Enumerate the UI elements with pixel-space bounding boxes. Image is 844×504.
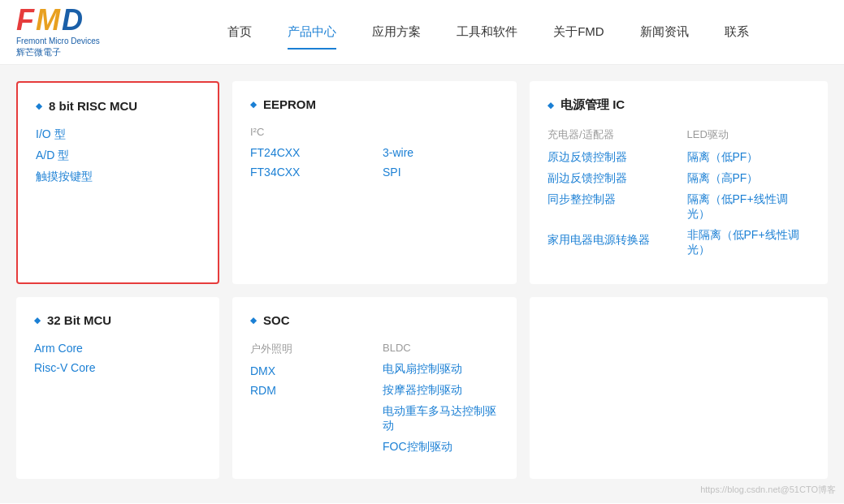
link-riscv-core[interactable]: Risc-V Core [34,361,201,374]
logo-area: FMD Fremont Micro Devices 辉芒微電子 [16,6,100,58]
link-primary-feedback[interactable]: 原边反馈控制器 [548,150,671,165]
link-fan-control[interactable]: 电风扇控制驱动 [383,362,499,377]
eeprom-wire-header [383,126,499,138]
card-eeprom-title: EEPROM [250,97,499,111]
link-non-isolated-dimmer[interactable]: 非隔离（低PF+线性调光） [687,228,811,257]
nav-contact[interactable]: 联系 [707,18,767,46]
link-home-appliance[interactable]: 家用电器电源转换器 [548,233,671,248]
link-massager-control[interactable]: 按摩器控制驱动 [383,383,499,398]
link-ev-motor-control[interactable]: 电动重车多马达控制驱动 [383,404,499,433]
cards-row-2: 32 Bit MCU Arm Core Risc-V Core SOC 户外照明… [16,297,828,479]
soc-col-outdoor: 户外照明 DMX RDM [250,342,366,461]
card-32bit-mcu: 32 Bit MCU Arm Core Risc-V Core [16,297,219,479]
card-power-title: 电源管理 IC [548,97,810,113]
led-header: LED驱动 [687,127,811,142]
eeprom-col-wire: 3-wire SPI [383,126,499,185]
link-arm-core[interactable]: Arm Core [34,342,201,355]
nav-home[interactable]: 首页 [210,18,270,46]
card-8bit-risc-mcu: 8 bit RISC MCU I/O 型 A/D 型 触摸按键型 [16,81,219,284]
cards-row-1: 8 bit RISC MCU I/O 型 A/D 型 触摸按键型 EEPROM … [16,81,828,284]
nav-tools[interactable]: 工具和软件 [439,18,535,46]
link-sync-rectifier[interactable]: 同步整控制器 [548,192,671,207]
link-3wire[interactable]: 3-wire [383,146,499,159]
power-cols: 充电器/适配器 原边反馈控制器 副边反馈控制器 同步整控制器 家用电器电源转换器… [548,127,810,264]
logo-cn: 辉芒微電子 [16,46,100,58]
eeprom-i2c-header: I²C [250,126,366,138]
card-empty [530,297,828,479]
link-ad-type[interactable]: A/D 型 [36,149,200,163]
outdoor-header: 户外照明 [250,342,366,356]
main-nav: 首页 产品中心 应用方案 工具和软件 关于FMD 新闻资讯 联系 [149,18,828,46]
bldc-header: BLDC [383,342,499,354]
link-spi[interactable]: SPI [383,166,499,179]
power-col-led: LED驱动 隔离（低PF） 隔离（高PF） 隔离（低PF+线性调光） 非隔离（低… [687,127,811,264]
card-eeprom: EEPROM I²C FT24CXX FT34CXX 3-wire SPI [232,81,517,284]
link-isolated-low-pf-dimmer[interactable]: 隔离（低PF+线性调光） [687,192,811,222]
soc-cols: 户外照明 DMX RDM BLDC 电风扇控制驱动 按摩器控制驱动 电动重车多马… [250,342,499,461]
link-ft24cxx[interactable]: FT24CXX [250,146,366,159]
card-power-ic: 电源管理 IC 充电器/适配器 原边反馈控制器 副边反馈控制器 同步整控制器 家… [530,81,828,284]
main-content: 8 bit RISC MCU I/O 型 A/D 型 触摸按键型 EEPROM … [0,65,844,503]
logo-sub: Fremont Micro Devices [16,37,100,45]
link-io-type[interactable]: I/O 型 [36,127,200,142]
nav-products[interactable]: 产品中心 [270,18,354,46]
watermark: https://blog.csdn.net@51CTO博客 [700,484,836,496]
soc-col-bldc: BLDC 电风扇控制驱动 按摩器控制驱动 电动重车多马达控制驱动 FOC控制驱动 [383,342,499,461]
link-rdm[interactable]: RDM [250,384,366,397]
logo-fmd: FMD [16,6,100,35]
eeprom-col-i2c: I²C FT24CXX FT34CXX [250,126,366,185]
link-isolated-high-pf[interactable]: 隔离（高PF） [687,171,811,186]
link-touch-type[interactable]: 触摸按键型 [36,170,200,184]
nav-solutions[interactable]: 应用方案 [354,18,439,46]
link-ft34cxx[interactable]: FT34CXX [250,166,366,179]
link-foc-control[interactable]: FOC控制驱动 [383,440,499,454]
eeprom-cols: I²C FT24CXX FT34CXX 3-wire SPI [250,126,499,185]
header: FMD Fremont Micro Devices 辉芒微電子 首页 产品中心 … [0,0,844,65]
link-dmx[interactable]: DMX [250,364,366,377]
nav-news[interactable]: 新闻资讯 [622,18,707,46]
card-8bit-title: 8 bit RISC MCU [36,99,200,113]
power-col-charger: 充电器/适配器 原边反馈控制器 副边反馈控制器 同步整控制器 家用电器电源转换器 [548,127,671,264]
link-isolated-low-pf[interactable]: 隔离（低PF） [687,150,811,165]
card-soc-title: SOC [250,313,499,327]
charger-header: 充电器/适配器 [548,127,671,142]
link-secondary-feedback[interactable]: 副边反馈控制器 [548,171,671,186]
card-soc: SOC 户外照明 DMX RDM BLDC 电风扇控制驱动 按摩器控制驱动 电动… [232,297,517,479]
nav-about[interactable]: 关于FMD [535,18,622,46]
card-32bit-title: 32 Bit MCU [34,313,201,327]
